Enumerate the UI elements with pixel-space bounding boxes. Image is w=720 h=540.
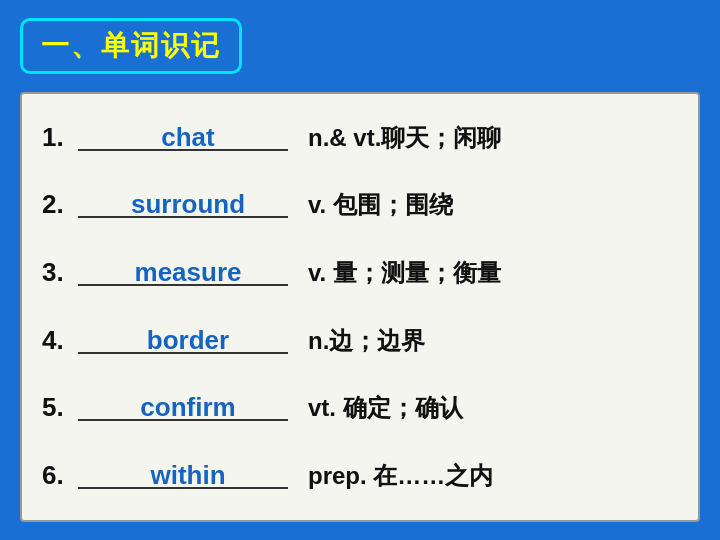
- vocab-row: 1.chatn.& vt.聊天；闲聊: [42, 120, 678, 156]
- word-blank: within: [78, 460, 298, 491]
- vocab-row: 6.withinprep. 在……之内: [42, 458, 678, 494]
- vocab-definition: v. 包围；围绕: [308, 189, 453, 221]
- row-number: 4.: [42, 325, 78, 356]
- row-number: 1.: [42, 122, 78, 153]
- vocab-row: 3.measurev. 量；测量；衡量: [42, 255, 678, 291]
- vocab-word: confirm: [134, 392, 241, 423]
- header-title: 一、单词识记: [41, 30, 221, 61]
- vocab-definition: prep. 在……之内: [308, 460, 493, 492]
- vocab-word: border: [141, 325, 235, 356]
- vocab-word: measure: [129, 257, 248, 288]
- vocab-definition: vt. 确定；确认: [308, 392, 463, 424]
- vocab-card: 1.chatn.& vt.聊天；闲聊2.surroundv. 包围；围绕3.me…: [20, 92, 700, 522]
- vocab-definition: v. 量；测量；衡量: [308, 257, 501, 289]
- word-blank: border: [78, 325, 298, 356]
- vocab-row: 2.surroundv. 包围；围绕: [42, 187, 678, 223]
- header-box: 一、单词识记: [20, 18, 242, 74]
- vocab-definition: n.边；边界: [308, 325, 425, 357]
- vocab-row: 4.bordern.边；边界: [42, 323, 678, 359]
- vocab-definition: n.& vt.聊天；闲聊: [308, 122, 501, 154]
- row-number: 6.: [42, 460, 78, 491]
- row-number: 3.: [42, 257, 78, 288]
- vocab-word: chat: [155, 122, 220, 153]
- row-number: 5.: [42, 392, 78, 423]
- word-blank: surround: [78, 189, 298, 220]
- row-number: 2.: [42, 189, 78, 220]
- word-blank: chat: [78, 122, 298, 153]
- vocab-row: 5.confirmvt. 确定；确认: [42, 390, 678, 426]
- word-blank: measure: [78, 257, 298, 288]
- vocab-word: surround: [125, 189, 251, 220]
- vocab-word: within: [144, 460, 231, 491]
- word-blank: confirm: [78, 392, 298, 423]
